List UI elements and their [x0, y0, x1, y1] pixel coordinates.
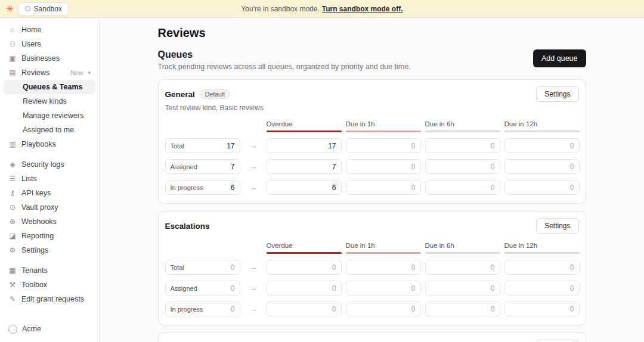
- sandbox-banner: ✳ Sandbox You're in sandbox mode.Turn sa…: [0, 0, 644, 18]
- stat-row-total: Total 0 → 0 0 0 0: [165, 260, 579, 275]
- sidebar-item-tenants[interactable]: ▦ Tenants: [4, 263, 95, 278]
- stat-value-12h: 0: [504, 260, 580, 275]
- sidebar-item-api-keys[interactable]: ⚷ API keys: [4, 186, 95, 200]
- column-due-6h: Due in 6h: [425, 120, 500, 132]
- stat-value-6h: 0: [425, 180, 500, 195]
- sidebar-item-label: API keys: [21, 189, 51, 197]
- sidebar-item-label: Lists: [21, 175, 37, 183]
- queue-settings-button[interactable]: Settings: [536, 340, 578, 342]
- queue-card-title: Escalations: [165, 222, 210, 231]
- app-root: ✳ Sandbox You're in sandbox mode.Turn sa…: [0, 0, 644, 342]
- sidebar-item-label: Home: [21, 26, 41, 34]
- stat-value-1h: 0: [346, 138, 421, 153]
- sidebar-item-businesses[interactable]: ▣ Businesses: [4, 51, 95, 66]
- stat-row-in-progress: In progress 0 → 0 0 0 0: [165, 301, 579, 316]
- main-content: Reviews Queues Track pending reviews acr…: [100, 18, 644, 342]
- app-logo-icon[interactable]: ✳: [6, 4, 14, 13]
- queue-card-title: General: [165, 90, 195, 99]
- default-badge: Default: [200, 89, 230, 99]
- queue-settings-button[interactable]: Settings: [536, 86, 578, 102]
- briefcase-icon: ▣: [8, 54, 17, 63]
- sidebar-item-queues-and-teams[interactable]: Queues & Teams: [4, 80, 95, 94]
- book-icon: ▥: [8, 140, 17, 148]
- sidebar-item-assigned-to-me[interactable]: Assigned to me: [4, 123, 95, 137]
- topbar-left: ✳ Sandbox: [6, 0, 69, 17]
- stat-value-6h: 0: [425, 260, 500, 275]
- sidebar-item-security-logs[interactable]: ◈ Security logs: [4, 157, 95, 172]
- sidebar-item-playbooks[interactable]: ▥ Playbooks: [4, 137, 95, 151]
- chevron-down-icon: ▾: [88, 70, 91, 76]
- column-underline: [267, 130, 342, 132]
- home-icon: ⌂: [8, 26, 17, 34]
- sidebar-item-webhooks[interactable]: ⊛ Webhooks: [4, 214, 95, 229]
- stat-value-overdue: 0: [267, 301, 342, 316]
- sidebar-group-divider: [4, 257, 95, 263]
- sidebar-item-label: Tenants: [21, 266, 48, 275]
- column-due-12h: Due in 12h: [504, 242, 580, 254]
- stat-value-12h: 0: [504, 301, 580, 316]
- sidebar-item-settings[interactable]: ⚙ Settings: [4, 243, 95, 257]
- stat-row-assigned: Assigned 0 → 0 0 0 0: [165, 281, 579, 296]
- sidebar-item-label: Security logs: [21, 160, 64, 169]
- column-due-6h: Due in 6h: [425, 242, 500, 254]
- stat-value-overdue: 0: [267, 281, 342, 296]
- add-queue-button[interactable]: Add queue: [533, 49, 586, 67]
- sidebar-item-label: Businesses: [21, 54, 60, 63]
- turn-off-sandbox-link[interactable]: Turn sandbox mode off.: [322, 5, 403, 13]
- gear-icon: ⚙: [8, 246, 17, 254]
- page-title: Reviews: [158, 26, 586, 40]
- column-underline: [504, 252, 580, 254]
- new-badge: New: [70, 69, 83, 76]
- queues-heading: Queues: [158, 49, 411, 60]
- stat-value-1h: 0: [346, 260, 421, 275]
- sidebar-item-toolbox[interactable]: ⚒ Toolbox: [4, 278, 95, 292]
- sidebar-group-divider: [4, 151, 95, 157]
- sidebar-item-reporting[interactable]: ◪ Reporting: [4, 229, 95, 243]
- arrow-right-icon: →: [244, 162, 262, 171]
- banner-message: You're in sandbox mode.Turn sandbox mode…: [241, 5, 402, 13]
- queues-section-header: Queues Track pending reviews across all …: [158, 49, 586, 71]
- arrow-right-icon: →: [244, 183, 262, 192]
- lock-icon: ⊙: [8, 203, 17, 212]
- row-label-box: Total 0: [165, 260, 240, 275]
- column-due-1h: Due in 1h: [346, 120, 421, 132]
- sidebar-item-vault-proxy[interactable]: ⊙ Vault proxy: [4, 200, 95, 214]
- sidebar-item-edit-grant-requests[interactable]: ✎ Edit grant requests: [4, 292, 95, 306]
- sidebar-item-review-kinds[interactable]: Review kinds: [4, 94, 95, 108]
- stat-value-12h: 0: [504, 159, 580, 174]
- column-due-1h: Due in 1h: [346, 242, 421, 254]
- tools-icon: ⚒: [8, 281, 17, 289]
- queue-card-escalations: Escalations Settings Overdue Due in 1h: [158, 211, 586, 325]
- sidebar-item-reviews[interactable]: ▤ Reviews New ▾: [4, 66, 95, 80]
- webhook-icon: ⊛: [8, 217, 17, 226]
- workspace-name: Sandbox: [34, 5, 62, 13]
- column-underline: [346, 252, 421, 254]
- sidebar: ⌂ Home ⚇ Users ▣ Businesses ▤ Reviews Ne…: [0, 18, 100, 342]
- sidebar-item-label: Webhooks: [21, 217, 57, 226]
- sidebar-item-label: Reviews: [21, 69, 49, 77]
- row-label-box: Total 17: [165, 138, 240, 153]
- stat-value-1h: 0: [346, 180, 421, 195]
- stat-value-1h: 0: [346, 301, 421, 316]
- row-label-box: Assigned 7: [165, 159, 240, 174]
- reviews-icon: ▤: [8, 69, 17, 77]
- stat-columns-header: Overdue Due in 1h Due in 6h Due in: [165, 242, 579, 254]
- sidebar-item-label: Users: [21, 40, 41, 48]
- row-label-box: In progress 6: [165, 180, 240, 195]
- stat-value-6h: 0: [425, 301, 500, 316]
- sidebar-item-lists[interactable]: ☰ Lists: [4, 172, 95, 186]
- stat-value-overdue: 0: [267, 260, 342, 275]
- org-switcher[interactable]: Acme: [4, 321, 95, 337]
- stat-value-overdue: 6: [267, 180, 342, 195]
- column-overdue: Overdue: [267, 120, 342, 132]
- row-label-box: In progress 0: [165, 301, 240, 316]
- column-underline: [425, 252, 500, 254]
- workspace-dot-icon: [25, 6, 30, 11]
- queue-settings-button[interactable]: Settings: [536, 218, 578, 234]
- sidebar-item-users[interactable]: ⚇ Users: [4, 37, 95, 51]
- sidebar-item-home[interactable]: ⌂ Home: [4, 23, 95, 37]
- org-name: Acme: [22, 325, 41, 333]
- workspace-switcher-button[interactable]: Sandbox: [18, 2, 69, 15]
- sidebar-item-manage-reviewers[interactable]: Manage reviewers: [4, 108, 95, 123]
- queue-card-subtitle: Test review kind, Basic reviews: [165, 104, 579, 112]
